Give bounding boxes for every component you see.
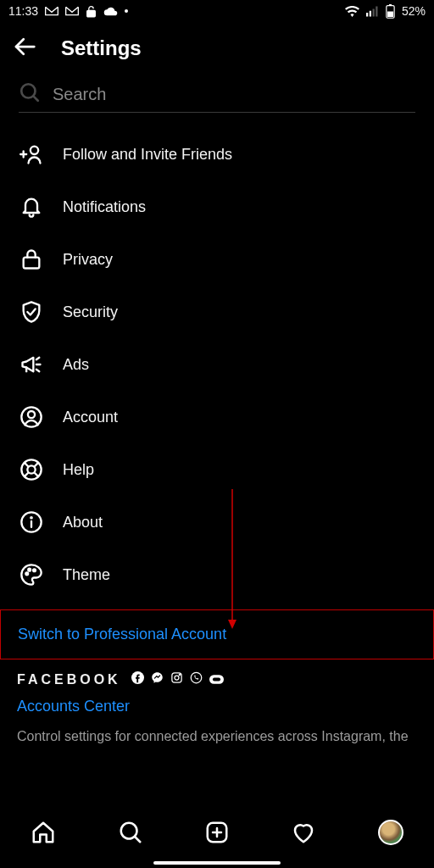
menu-label: Ads: [63, 356, 89, 374]
svg-line-22: [25, 463, 29, 467]
search-input[interactable]: [53, 85, 415, 104]
bottom-nav: [0, 807, 434, 868]
svg-line-25: [35, 473, 39, 477]
facebook-brand-label: FACEBOOK: [17, 672, 121, 687]
battery-percent: 52%: [402, 4, 426, 18]
accounts-center-link[interactable]: Accounts Center: [17, 698, 417, 715]
battery-icon: [386, 4, 395, 19]
menu-item-privacy[interactable]: Privacy: [0, 233, 434, 286]
search-field[interactable]: [19, 81, 415, 113]
help-icon: [19, 457, 44, 482]
page-title: Settings: [61, 36, 142, 60]
svg-line-17: [36, 370, 40, 371]
annotation-arrow: [232, 489, 233, 629]
svg-line-10: [33, 96, 37, 100]
add-user-icon: [19, 142, 44, 167]
facebook-brand-icons: [131, 671, 224, 687]
svg-rect-4: [376, 6, 377, 16]
header: Settings: [0, 22, 434, 81]
status-left: 11:33: [8, 4, 128, 18]
svg-rect-0: [87, 10, 96, 17]
svg-point-28: [31, 517, 31, 518]
menu-item-security[interactable]: Security: [0, 286, 434, 338]
avatar: [378, 820, 403, 845]
svg-point-30: [28, 569, 31, 571]
menu-item-ads[interactable]: Ads: [0, 338, 434, 391]
svg-rect-14: [24, 258, 40, 269]
status-time: 11:33: [8, 4, 38, 18]
svg-rect-2: [370, 10, 371, 16]
menu-label: Theme: [63, 566, 110, 584]
svg-rect-1: [366, 13, 368, 17]
home-indicator: [153, 861, 281, 865]
info-icon: [19, 509, 44, 535]
shield-icon: [19, 299, 44, 325]
svg-rect-6: [389, 4, 392, 6]
svg-point-31: [33, 569, 36, 571]
menu-item-help[interactable]: Help: [0, 443, 434, 496]
switch-professional-link[interactable]: Switch to Professional Account: [0, 609, 434, 659]
svg-line-24: [25, 473, 29, 477]
svg-point-36: [175, 676, 179, 680]
account-icon: [19, 404, 44, 430]
nav-search[interactable]: [110, 812, 151, 853]
dot-icon: [125, 9, 128, 13]
messenger-icon: [151, 671, 164, 687]
svg-line-42: [135, 837, 140, 842]
unlock-icon: [86, 5, 97, 18]
nav-activity[interactable]: [283, 812, 324, 853]
signal-icon: [366, 6, 379, 17]
megaphone-icon: [19, 352, 44, 377]
palette-icon: [19, 562, 44, 587]
svg-line-23: [35, 463, 39, 467]
nav-new-post[interactable]: [197, 812, 237, 853]
nav-home[interactable]: [23, 812, 64, 853]
menu-item-follow-invite[interactable]: Follow and Invite Friends: [0, 128, 434, 181]
svg-rect-3: [372, 8, 374, 16]
svg-point-19: [28, 411, 35, 418]
svg-marker-33: [228, 620, 236, 629]
gmail-icon: [65, 6, 79, 16]
svg-line-15: [36, 358, 40, 359]
whatsapp-icon: [190, 671, 203, 687]
back-button[interactable]: [12, 34, 37, 63]
switch-professional-label: Switch to Professional Account: [18, 626, 226, 643]
menu-label: About: [63, 514, 103, 531]
menu-item-about[interactable]: About: [0, 496, 434, 548]
status-bar: 11:33 52%: [0, 0, 434, 22]
lock-icon: [19, 247, 44, 272]
facebook-section: FACEBOOK Accounts Center Control setting…: [0, 659, 434, 746]
svg-point-29: [25, 572, 28, 575]
svg-rect-40: [213, 677, 220, 681]
menu-label: Security: [63, 303, 118, 321]
instagram-icon: [170, 671, 183, 687]
menu-label: Privacy: [63, 251, 113, 269]
facebook-brand-row: FACEBOOK: [17, 671, 417, 687]
menu-label: Notifications: [63, 198, 146, 216]
facebook-description: Control settings for connected experienc…: [17, 727, 417, 746]
menu-label: Follow and Invite Friends: [63, 146, 232, 164]
svg-rect-7: [387, 11, 393, 17]
svg-point-11: [31, 147, 38, 154]
bell-icon: [19, 194, 44, 220]
menu-item-notifications[interactable]: Notifications: [0, 181, 434, 233]
nav-profile[interactable]: [370, 812, 411, 853]
settings-menu: Follow and Invite Friends Notifications …: [0, 113, 434, 601]
wifi-icon: [345, 6, 359, 17]
menu-item-account[interactable]: Account: [0, 391, 434, 443]
menu-item-theme[interactable]: Theme: [0, 548, 434, 601]
status-right: 52%: [345, 4, 426, 19]
facebook-icon: [131, 671, 144, 687]
search-icon: [19, 81, 41, 107]
svg-point-37: [179, 674, 180, 675]
svg-point-38: [191, 672, 202, 683]
menu-label: Account: [63, 409, 118, 426]
cloud-icon: [103, 6, 118, 16]
gmail-icon: [45, 6, 58, 16]
menu-label: Help: [63, 461, 94, 479]
oculus-icon: [209, 672, 224, 687]
